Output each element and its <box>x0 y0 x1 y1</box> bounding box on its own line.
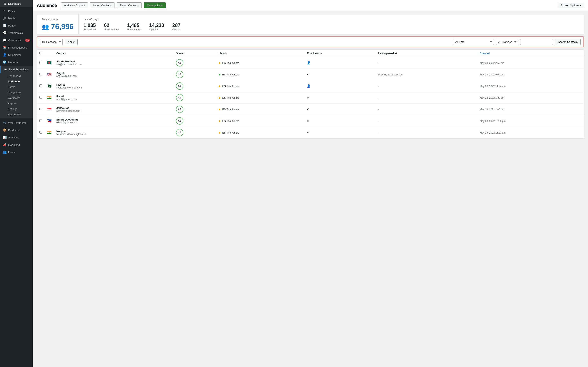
row-email-status-cell: ✉ <box>304 115 376 127</box>
row-email-status-cell: ✔ <box>304 104 376 115</box>
posts-icon: ✏ <box>3 9 7 13</box>
manage-lists-button[interactable]: Manage Lists <box>144 2 165 8</box>
row-checkbox-cell <box>37 57 44 69</box>
last-opened-date: - <box>378 85 379 88</box>
row-list-cell: ES Trial Users <box>216 115 305 127</box>
created-date: May 23, 2022 2:57 pm <box>480 62 504 64</box>
score-badge: 4.0 <box>176 59 183 67</box>
created-date: May 23, 2022 1:38 pm <box>480 96 504 99</box>
sidebar-item-testimonials[interactable]: 💬 Testimonials <box>0 29 33 36</box>
marketing-icon: 📣 <box>3 143 7 147</box>
sidebar-item-dashboard[interactable]: ⊞ Dashboard <box>0 0 33 7</box>
import-contacts-button[interactable]: Import Contacts <box>90 2 115 8</box>
sidebar-sub-es-reports[interactable]: Reports <box>0 101 33 106</box>
row-checkbox[interactable] <box>39 96 42 99</box>
all-statuses-select[interactable]: All Statuses <box>496 39 518 45</box>
add-new-contact-button[interactable]: Add New Contact <box>61 2 88 8</box>
row-checkbox[interactable] <box>39 84 42 87</box>
sidebar-sub-es-settings[interactable]: Settings <box>0 106 33 112</box>
sidebar-item-rainmaker[interactable]: 👤 Rainmaker <box>0 51 33 58</box>
total-contacts-panel: Total contacts 👥 76,996 <box>37 15 79 34</box>
sidebar-sub-es-audience[interactable]: Audience <box>0 79 33 84</box>
sidebar-sub-es-campaigns[interactable]: Campaigns <box>0 90 33 95</box>
sidebar-sub-es-forms[interactable]: Forms <box>0 84 33 90</box>
row-checkbox-cell <box>37 115 44 127</box>
row-checkbox-cell <box>37 92 44 104</box>
row-score-cell: 4.0 <box>173 104 216 115</box>
created-header[interactable]: Created <box>477 50 584 57</box>
score-badge: 4.0 <box>176 82 183 90</box>
all-lists-select[interactable]: All Lists <box>453 39 494 45</box>
row-score-cell: 4.0 <box>173 115 216 127</box>
row-email-status-cell: 👤 <box>304 57 376 69</box>
list-name: ES Trial Users <box>222 85 239 88</box>
row-list-cell: ES Trial Users <box>216 69 305 80</box>
select-all-checkbox[interactable] <box>39 52 42 54</box>
contact-name: Angela <box>56 72 171 75</box>
search-contacts-button[interactable]: Search Contacts <box>555 39 581 45</box>
row-checkbox[interactable] <box>39 108 42 110</box>
sidebar-item-posts[interactable]: ✏ Posts <box>0 7 33 15</box>
row-flag-cell: 🇧🇩 <box>44 57 54 69</box>
sidebar-sub-es-workflows[interactable]: Workflows <box>0 95 33 101</box>
main-content: Audience Add New Contact Import Contacts… <box>33 0 588 367</box>
search-contacts-input[interactable] <box>520 39 553 45</box>
dashboard-icon: ⊞ <box>3 2 7 6</box>
clicked-label: Clicked <box>172 28 181 31</box>
sidebar-item-label: Products <box>8 129 18 132</box>
row-created-cell: May 23, 2022 11:03 am <box>477 127 584 138</box>
apply-button[interactable]: Apply <box>65 39 78 45</box>
bulk-actions-select[interactable]: Bulk actions <box>40 39 63 45</box>
row-last-opened-cell: - <box>376 80 477 92</box>
list-status-dot <box>219 62 220 64</box>
row-created-cell: May 23, 2022 11:54 am <box>477 80 584 92</box>
table-row: 🇵🇰 Fivefix fivefix@protonmail.com Edit |… <box>37 80 584 92</box>
contact-email: angela@gmail.com <box>56 75 171 77</box>
contact-header: Contact <box>54 50 173 57</box>
sidebar-item-marketing[interactable]: 📣 Marketing <box>0 141 33 149</box>
sidebar-sub-es-help[interactable]: Help & Info <box>0 112 33 117</box>
sidebar-sub-es-dashboard[interactable]: Dashboard <box>0 73 33 79</box>
sidebar-item-users[interactable]: 👥 Users <box>0 149 33 156</box>
email-status-check-icon: ✔ <box>307 131 310 134</box>
row-flag-cell: 🇸🇬 <box>44 104 54 115</box>
created-date: May 23, 2022 11:54 am <box>480 85 506 88</box>
row-created-cell: May 23, 2022 1:38 pm <box>477 92 584 104</box>
sidebar-item-label: Pages <box>8 24 16 27</box>
unsubscribed-value: 62 <box>104 22 119 28</box>
woocommerce-icon: 🛒 <box>3 121 7 125</box>
contact-name: Fivefix <box>56 83 171 86</box>
sidebar-item-label: Media <box>8 17 15 20</box>
row-contact-cell: JaksaSlot admin@jaksaslot.com Edit | Del… <box>54 104 173 115</box>
row-checkbox[interactable] <box>39 131 42 133</box>
last-60-days-panel: Last 60 days 1,035 Subscribed 62 Unsubsc… <box>79 15 185 34</box>
country-flag: 🇮🇳 <box>47 96 52 100</box>
row-checkbox[interactable] <box>39 119 42 122</box>
row-flag-cell: 🇮🇳 <box>44 127 54 138</box>
export-contacts-button[interactable]: Export Contacts <box>117 2 142 8</box>
media-icon: 🖼 <box>3 17 7 20</box>
row-flag-cell: 🇺🇸 <box>44 69 54 80</box>
products-icon: 📦 <box>3 128 7 132</box>
sidebar-item-woocommerce[interactable]: 🛒 WooCommerce <box>0 119 33 126</box>
sidebar-item-pages[interactable]: 📄 Pages <box>0 22 33 29</box>
contacts-table-container: Contact Score List(s) Email status Last … <box>37 49 584 139</box>
sidebar-item-email-subscribers[interactable]: ✉ Email Subscribers <box>0 66 33 73</box>
sidebar-item-products[interactable]: 📦 Products <box>0 126 33 134</box>
sidebar-item-analytics[interactable]: 📊 Analytics <box>0 134 33 141</box>
row-contact-cell: Elbert Queddeng elbert@yahoo.com Edit | … <box>54 115 173 127</box>
metric-unsubscribed: 62 Unsubscribed <box>104 22 119 31</box>
row-contact-cell: Sarkis Medical me@sarkismedical.com Edit… <box>54 57 173 69</box>
sidebar-item-label: Comments <box>8 39 21 42</box>
subscribed-label: Subscribed <box>84 28 96 31</box>
row-checkbox[interactable] <box>39 73 42 75</box>
screen-options-button[interactable]: Screen Options ▾ <box>558 3 584 8</box>
sidebar-item-comments[interactable]: 💭 Comments 19 <box>0 36 33 44</box>
sidebar-item-media[interactable]: 🖼 Media <box>0 15 33 22</box>
sidebar-item-icegram[interactable]: 🧊 Icegram <box>0 58 33 66</box>
pages-icon: 📄 <box>3 24 7 27</box>
sidebar-item-knowledgebase[interactable]: 📚 Knowledgebase <box>0 44 33 51</box>
stats-container: Total contacts 👥 76,996 Last 60 days 1,0… <box>37 14 584 34</box>
list-status-dot <box>219 109 220 110</box>
row-checkbox[interactable] <box>39 61 42 64</box>
